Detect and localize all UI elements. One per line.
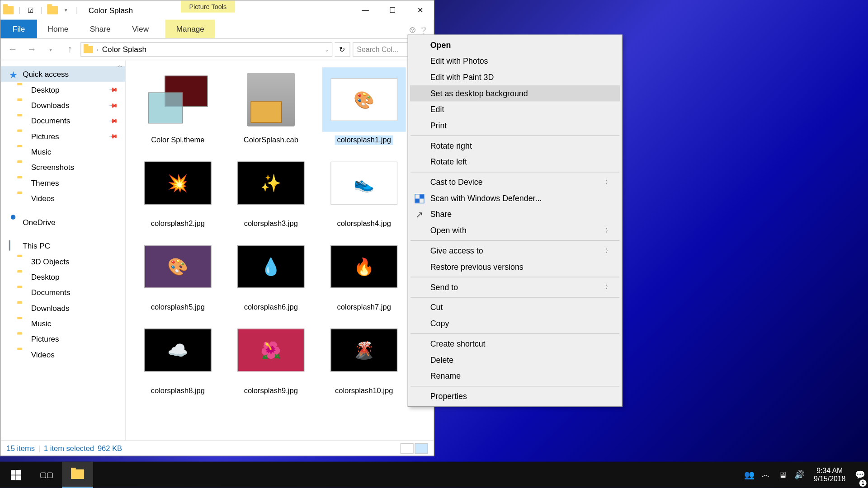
sidebar-item[interactable]: Videos — [0, 347, 125, 362]
sidebar-item[interactable]: Desktop📌 — [0, 82, 125, 97]
tab-home[interactable]: Home — [37, 20, 79, 38]
menu-item[interactable]: Edit with Paint 3D — [410, 69, 620, 85]
menu-item[interactable]: Print — [410, 117, 620, 134]
sidebar-onedrive[interactable]: OneDrive — [0, 214, 125, 230]
sidebar-item[interactable]: Documents📌 — [0, 113, 125, 128]
sidebar-item[interactable]: Desktop — [0, 269, 125, 284]
sidebar-item[interactable]: 3D Objects — [0, 253, 125, 269]
sidebar-item-label: Documents — [31, 116, 71, 125]
minimize-button[interactable]: — — [351, 0, 379, 19]
file-item[interactable]: 🎨colorsplash1.jpg — [319, 67, 409, 145]
help-icon[interactable]: ❔ — [419, 26, 428, 34]
menu-item[interactable]: Open — [410, 37, 620, 53]
tab-file[interactable]: File — [0, 20, 37, 38]
details-view-button[interactable] — [401, 443, 414, 454]
file-item[interactable]: ColorSplash.cab — [226, 67, 316, 145]
close-button[interactable]: ✕ — [406, 0, 434, 19]
menu-item[interactable]: Set as desktop background — [410, 85, 620, 102]
file-item[interactable]: 🎨colorsplash5.jpg — [133, 235, 222, 312]
sidebar-item[interactable]: Pictures — [0, 331, 125, 347]
thumbnail: ✨ — [229, 151, 313, 216]
scroll-up-icon[interactable]: ︿ — [117, 61, 123, 70]
refresh-button[interactable]: ↻ — [335, 42, 350, 56]
menu-item[interactable]: Send to〉 — [410, 279, 620, 296]
tab-view[interactable]: View — [121, 20, 159, 38]
folder-icon — [3, 5, 14, 16]
sidebar-item[interactable]: Videos — [0, 190, 125, 206]
expand-ribbon-icon[interactable]: ⓥ — [410, 26, 415, 34]
menu-item[interactable]: Edit with Photos — [410, 53, 620, 69]
sidebar-item-label: Desktop — [31, 85, 60, 94]
breadcrumb[interactable]: Color Splash — [102, 45, 146, 54]
menu-item[interactable]: Create shortcut — [410, 336, 620, 352]
up-button[interactable]: ↑ — [61, 41, 78, 57]
back-button[interactable]: ← — [4, 41, 21, 57]
folder-icon — [17, 84, 27, 94]
file-item[interactable]: ☁️colorsplash8.jpg — [133, 318, 222, 396]
file-item[interactable]: 💥colorsplash2.jpg — [133, 151, 222, 229]
menu-item[interactable]: Rename — [410, 368, 620, 384]
menu-item[interactable]: Cut — [410, 300, 620, 316]
sidebar-quick-access[interactable]: ★ Quick access — [0, 66, 125, 82]
file-item[interactable]: 🌺colorsplash9.jpg — [226, 318, 316, 396]
sidebar-item[interactable]: Music — [0, 144, 125, 159]
thumbnail: 💧 — [229, 235, 313, 299]
system-clock[interactable]: 9:34 AM 9/15/2018 — [808, 466, 852, 483]
sidebar-this-pc[interactable]: This PC — [0, 238, 125, 253]
sidebar-item[interactable]: Music — [0, 315, 125, 331]
qat-dropdown-icon[interactable]: ▾ — [61, 5, 71, 16]
file-label: ColorSplash.cab — [241, 136, 301, 145]
taskbar[interactable]: ▢▢ 👥 ︿ 🖥 🔊 9:34 AM 9/15/2018 💬1 — [0, 462, 868, 488]
menu-item[interactable]: Properties — [410, 388, 620, 404]
star-icon: ★ — [9, 69, 19, 79]
folder-icon — [17, 334, 27, 343]
file-item[interactable]: 💧colorsplash6.jpg — [226, 235, 316, 312]
file-item[interactable]: ✨colorsplash3.jpg — [226, 151, 316, 229]
properties-icon[interactable]: ☑ — [25, 5, 36, 16]
maximize-button[interactable]: ☐ — [379, 0, 406, 19]
menu-item-label: Cast to Device — [430, 178, 483, 187]
menu-item[interactable]: Edit — [410, 101, 620, 117]
menu-item[interactable]: Delete — [410, 352, 620, 368]
file-label: colorsplash6.jpg — [241, 302, 300, 312]
menu-item[interactable]: Open with〉 — [410, 222, 620, 239]
menu-item[interactable]: Copy — [410, 315, 620, 332]
tab-manage[interactable]: Manage — [165, 20, 215, 38]
menu-item[interactable]: ↗Share — [410, 206, 620, 223]
people-icon[interactable]: 👥 — [741, 462, 758, 488]
file-item[interactable]: Color Spl.theme — [133, 67, 222, 145]
menu-item[interactable]: Cast to Device〉 — [410, 174, 620, 190]
thumbnail: 🎨 — [136, 235, 220, 299]
sidebar-item[interactable]: Downloads — [0, 300, 125, 315]
taskbar-explorer[interactable] — [62, 462, 93, 488]
start-button[interactable] — [0, 462, 31, 488]
menu-item-label: Open — [430, 41, 451, 50]
menu-item[interactable]: Rotate left — [410, 154, 620, 170]
file-item[interactable]: 🌋colorsplash10.jpg — [319, 318, 409, 396]
thumb-view-button[interactable] — [415, 443, 428, 454]
sidebar-item[interactable]: Downloads📌 — [0, 97, 125, 113]
volume-icon[interactable]: 🔊 — [791, 462, 808, 488]
recent-dropdown-icon[interactable]: ▾ — [42, 41, 59, 57]
sidebar-item[interactable]: Documents — [0, 285, 125, 300]
file-label: colorsplash4.jpg — [335, 219, 393, 228]
tab-share[interactable]: Share — [79, 20, 121, 38]
menu-item[interactable]: Rotate right — [410, 138, 620, 154]
sidebar-item[interactable]: Themes — [0, 175, 125, 190]
chevron-right-icon[interactable]: › — [97, 46, 99, 52]
folder-icon — [17, 178, 27, 187]
menu-item[interactable]: Restore previous versions — [410, 259, 620, 275]
menu-item[interactable]: Give access to〉 — [410, 243, 620, 259]
tray-expand-icon[interactable]: ︿ — [758, 462, 774, 488]
network-icon[interactable]: 🖥 — [774, 462, 791, 488]
file-item[interactable]: 🔥colorsplash7.jpg — [319, 235, 409, 312]
address-bar[interactable]: › Color Splash ⌄ — [80, 42, 332, 56]
notifications-icon[interactable]: 💬1 — [852, 462, 868, 488]
menu-item[interactable]: Scan with Windows Defender... — [410, 190, 620, 206]
file-item[interactable]: 👟colorsplash4.jpg — [319, 151, 409, 229]
sidebar-item[interactable]: Pictures📌 — [0, 128, 125, 144]
chevron-down-icon[interactable]: ⌄ — [325, 46, 330, 52]
task-view-button[interactable]: ▢▢ — [31, 462, 62, 488]
sidebar-item[interactable]: Screenshots — [0, 159, 125, 174]
items-view[interactable]: Color Spl.themeColorSplash.cab🎨colorspla… — [126, 60, 434, 440]
